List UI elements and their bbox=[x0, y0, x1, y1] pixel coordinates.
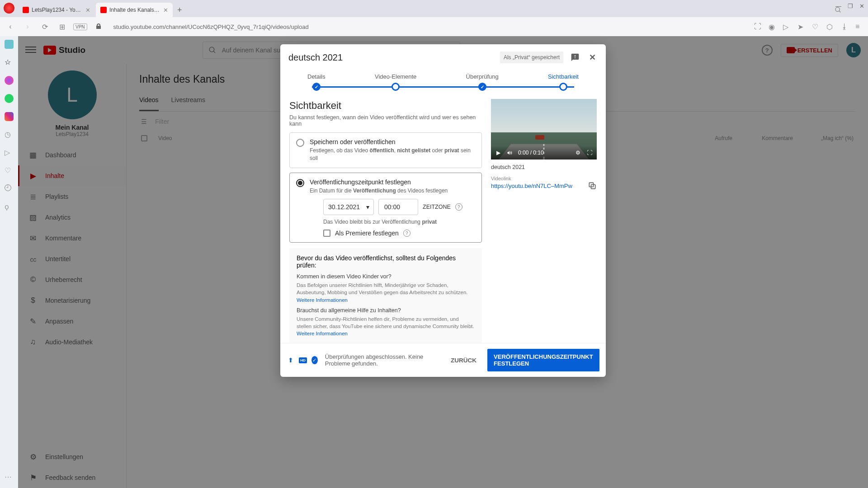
address-bar[interactable]: studio.youtube.com/channel/UCocN6zQPHQZ_… bbox=[110, 23, 749, 30]
back-button[interactable]: ‹ bbox=[5, 21, 16, 33]
camera-icon[interactable]: ◉ bbox=[769, 23, 777, 31]
tab-title: Inhalte des Kanals - YouTu bbox=[109, 7, 160, 13]
workspaces-icon[interactable]: ⊞ bbox=[56, 21, 68, 33]
maximize-button[interactable]: ❐ bbox=[848, 3, 853, 9]
messages-icon[interactable]: ▷ bbox=[783, 23, 791, 31]
menu-icon[interactable]: ≡ bbox=[855, 23, 863, 31]
download-icon[interactable]: ⭳ bbox=[841, 23, 849, 31]
youtube-icon bbox=[100, 7, 107, 13]
cube-icon[interactable]: ⬡ bbox=[826, 23, 835, 31]
tab-close-icon[interactable]: ✕ bbox=[85, 7, 90, 14]
lock-icon[interactable]: 🔒︎ bbox=[93, 21, 104, 33]
heart-icon[interactable]: ♡ bbox=[812, 23, 820, 31]
svg-line-1 bbox=[839, 11, 840, 12]
vpn-badge[interactable]: VPN bbox=[73, 23, 87, 30]
tab-bar: LetsPlay1234 - YouTube ✕ Inhalte des Kan… bbox=[0, 0, 868, 17]
youtube-icon bbox=[23, 7, 29, 13]
browser-tab[interactable]: Inhalte des Kanals - YouTu ✕ bbox=[96, 3, 173, 17]
minimize-button[interactable]: — bbox=[835, 3, 841, 9]
opera-menu[interactable] bbox=[4, 3, 14, 14]
tab-title: LetsPlay1234 - YouTube bbox=[32, 7, 83, 13]
tab-close-icon[interactable]: ✕ bbox=[163, 7, 168, 14]
forward-button[interactable]: › bbox=[22, 21, 33, 33]
send-icon[interactable]: ➤ bbox=[797, 23, 806, 31]
close-window-button[interactable]: ✕ bbox=[859, 3, 864, 9]
browser-tab[interactable]: LetsPlay1234 - YouTube ✕ bbox=[18, 3, 95, 17]
reload-button[interactable]: ⟳ bbox=[39, 21, 51, 33]
view-icon[interactable]: ⛶ bbox=[754, 23, 762, 31]
new-tab-button[interactable]: + bbox=[177, 5, 182, 15]
